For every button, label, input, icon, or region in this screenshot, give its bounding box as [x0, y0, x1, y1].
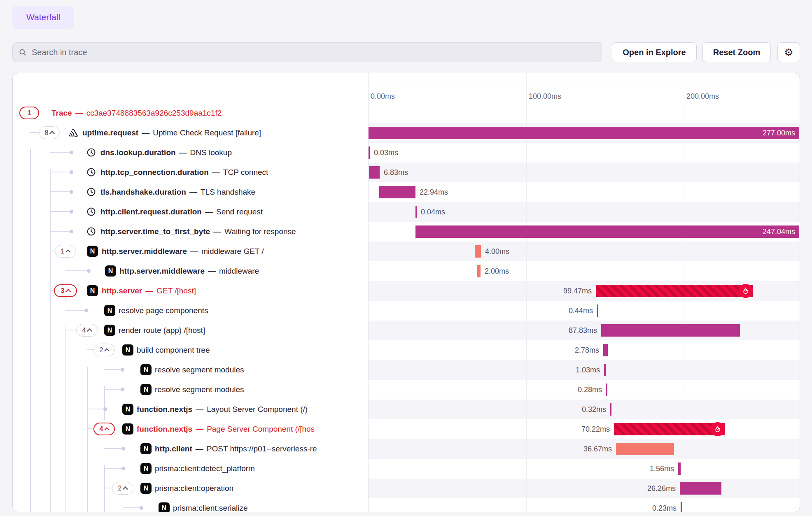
- duration-bar[interactable]: [369, 166, 380, 179]
- span-row[interactable]: http.server.time_to_first_byte—Waiting f…: [13, 222, 800, 242]
- span-description: middleware GET /: [201, 247, 264, 256]
- tree-connector: [50, 172, 70, 172]
- span-tree-cell: 1Trace—cc3ae3748883563a926c253d9aa1c1f2: [13, 103, 368, 123]
- tree-connector: [65, 310, 85, 311]
- span-op-name: resolve segment modules: [155, 365, 244, 374]
- tree-connector: [87, 409, 103, 409]
- child-count-pill[interactable]: 2: [112, 482, 133, 495]
- duration-bar[interactable]: [680, 482, 721, 495]
- span-row[interactable]: Nprisma:client:detect_platform1.56ms: [13, 459, 800, 479]
- span-description: POST https://p01--serverless-re: [207, 444, 317, 453]
- duration-bar[interactable]: [596, 285, 753, 297]
- span-row[interactable]: http.tcp_connection.duration—TCP connect…: [13, 163, 800, 182]
- chevron-up-icon: [66, 289, 71, 294]
- error-fire-icon[interactable]: [711, 422, 725, 436]
- span-label: http.server.time_to_first_byte—Waiting f…: [100, 222, 296, 242]
- child-count: 3: [61, 287, 65, 295]
- duration-label: 0.23ms: [594, 502, 677, 512]
- trace-search[interactable]: [12, 42, 602, 62]
- leaf-dot: [70, 170, 73, 174]
- tick-200ms: 200.00ms: [686, 92, 719, 101]
- duration-bar[interactable]: [379, 186, 415, 198]
- duration-bar[interactable]: [475, 245, 481, 258]
- span-label: http.server.middleware—middleware: [119, 261, 259, 281]
- separator-dash: —: [196, 444, 203, 453]
- trace-row[interactable]: 1Trace—cc3ae3748883563a926c253d9aa1c1f2: [13, 103, 800, 123]
- span-row[interactable]: 2Nprisma:client:operation26.26ms: [13, 479, 800, 498]
- chevron-up-icon: [123, 486, 128, 492]
- panel-divider[interactable]: [368, 73, 369, 512]
- span-op-name: http.client: [155, 444, 192, 453]
- span-row[interactable]: tls.handshake.duration—TLS handshake22.9…: [13, 182, 800, 202]
- leaf-dot: [140, 506, 143, 510]
- span-row[interactable]: Nresolve page components0.44ms: [13, 301, 800, 321]
- settings-button[interactable]: ⚙: [777, 42, 800, 62]
- tree-connector: [104, 389, 121, 390]
- tick-100ms: 100.00ms: [529, 92, 561, 101]
- span-row[interactable]: Nresolve segment modules0.28ms: [13, 380, 800, 400]
- duration-bar[interactable]: [369, 146, 370, 159]
- duration-label: 0.03ms: [374, 146, 398, 159]
- span-row[interactable]: http.client.request.duration—Send reques…: [13, 202, 800, 222]
- child-count-pill[interactable]: 4: [76, 324, 98, 337]
- span-op-name: prisma:client:detect_platform: [155, 464, 255, 473]
- chevron-up-icon: [105, 427, 110, 432]
- span-row[interactable]: Nresolve segment modules1.03ms: [13, 360, 800, 380]
- span-row[interactable]: 8uptime.request—Uptime Check Request [fa…: [13, 123, 800, 143]
- duration-bar[interactable]: [601, 324, 740, 337]
- span-row[interactable]: Nhttp.client—POST https://p01--serverles…: [13, 439, 800, 459]
- tab-waterfall-label: Waterfall: [26, 12, 60, 22]
- span-row[interactable]: 4Nrender route (app) /[host]87.83ms: [13, 321, 800, 340]
- duration-bar[interactable]: [614, 423, 725, 435]
- span-description: Page Server Component (/[hos: [207, 425, 315, 434]
- span-label: prisma:client:detect_platform: [155, 459, 255, 479]
- span-row[interactable]: Nfunction.nextjs—Layout Server Component…: [13, 400, 800, 419]
- duration-bar[interactable]: [678, 463, 681, 475]
- span-row[interactable]: 1Nhttp.server.middleware—middleware GET …: [13, 242, 800, 261]
- reset-zoom-button[interactable]: Reset Zoom: [702, 42, 771, 62]
- chevron-up-icon: [66, 249, 71, 255]
- child-count-pill[interactable]: 1: [55, 245, 76, 258]
- error-fire-icon[interactable]: [739, 284, 753, 298]
- duration-bar[interactable]: [681, 502, 682, 512]
- duration-bar[interactable]: [477, 265, 481, 277]
- duration-label: 0.44ms: [511, 304, 593, 317]
- separator-dash: —: [205, 207, 213, 216]
- duration-bar[interactable]: [616, 443, 674, 455]
- tree-connector: [65, 330, 77, 330]
- search-input[interactable]: [31, 47, 596, 58]
- duration-bar[interactable]: [610, 403, 611, 416]
- tree-connector: [104, 468, 121, 469]
- clock-icon: [86, 207, 96, 217]
- span-description: Layout Server Component (/): [207, 405, 308, 414]
- duration-bar[interactable]: [597, 304, 598, 317]
- duration-bar[interactable]: [606, 384, 607, 396]
- child-count-pill[interactable]: 2: [93, 344, 115, 356]
- span-row[interactable]: 3Nhttp.server—GET /[host]99.47ms: [13, 281, 800, 301]
- leaf-dot: [103, 407, 107, 411]
- tab-waterfall[interactable]: Waterfall: [12, 6, 74, 29]
- nextjs-icon: N: [140, 443, 152, 454]
- separator-dash: —: [179, 148, 187, 157]
- nextjs-icon: N: [159, 502, 170, 512]
- child-count: 1: [61, 248, 65, 255]
- child-count-pill[interactable]: 1: [19, 107, 39, 119]
- span-row[interactable]: dns.lookup.duration—DNS lookup0.03ms: [13, 143, 800, 163]
- span-row[interactable]: 2Nbuild component tree2.78ms: [13, 340, 800, 360]
- span-op-name: http.server: [102, 286, 142, 295]
- child-count-pill[interactable]: 4: [93, 423, 115, 435]
- span-row[interactable]: 4Nfunction.nextjs—Page Server Component …: [13, 419, 800, 439]
- duration-bar[interactable]: [604, 364, 606, 376]
- child-count-pill[interactable]: 8: [39, 126, 60, 139]
- separator-dash: —: [189, 188, 197, 197]
- span-row[interactable]: Nhttp.server.middleware—middleware2.00ms: [13, 261, 800, 281]
- span-row[interactable]: Nprisma:client:serialize0.23ms: [13, 498, 800, 512]
- separator-dash: —: [208, 267, 216, 276]
- duration-bar[interactable]: [415, 206, 417, 218]
- span-label: render route (app) /[host]: [119, 321, 205, 340]
- open-in-explore-button[interactable]: Open in Explore: [612, 42, 697, 62]
- span-tree-cell: Nhttp.server.middleware—middleware: [13, 261, 368, 281]
- leaf-dot: [121, 368, 124, 372]
- duration-bar[interactable]: [603, 344, 608, 356]
- child-count-pill[interactable]: 3: [54, 284, 77, 297]
